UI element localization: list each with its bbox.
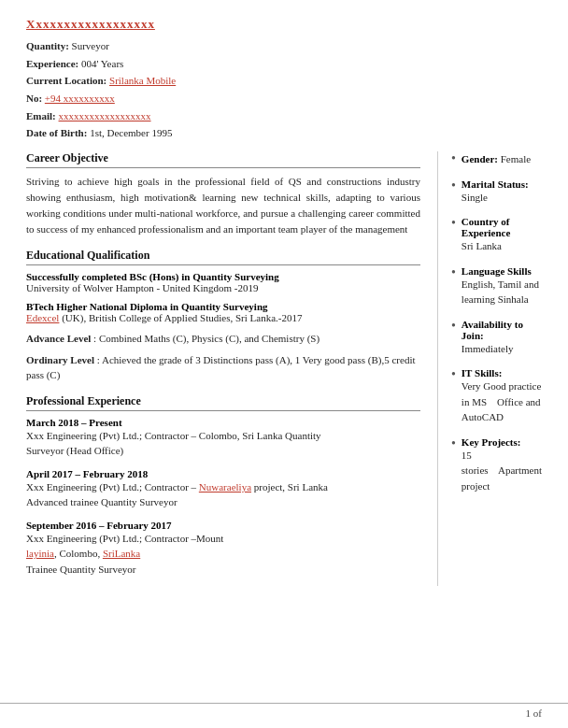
right-marital: • Marital Status: Single <box>451 178 542 206</box>
availability-value: Immediately <box>462 341 542 357</box>
exp-3-detail: Xxx Engineering (Pvt) Ltd.; Contractor –… <box>26 531 420 578</box>
marital-bullet: • Marital Status: Single <box>451 178 542 206</box>
it-skills-value: Very Good practice in MS Office and Auto… <box>462 378 542 425</box>
header-email: Email: xxxxxxxxxxxxxxxxxx <box>26 107 542 125</box>
phone-label: No: <box>26 93 42 104</box>
exp-2-detail: Xxx Engineering (Pvt) Ltd.; Contractor –… <box>26 479 420 510</box>
bullet-dot-availability: • <box>451 319 456 335</box>
header-name: Xxxxxxxxxxxxxxxxxx <box>26 17 542 32</box>
right-availability: • Availability to Join: Immediately <box>451 319 542 357</box>
bullet-dot-it: • <box>451 367 456 383</box>
marital-label: Marital Status: <box>462 178 529 190</box>
footer-bar: 1 of <box>0 703 568 719</box>
projects-value: 15 stories Apartment project <box>462 448 542 494</box>
quantity-value: Surveyor <box>72 40 109 51</box>
edu-1-sub: University of Wolver Hampton - United Ki… <box>26 282 420 293</box>
right-it-skills: • IT Skills: Very Good practice in MS Of… <box>451 367 542 425</box>
page-number: 1 of <box>526 707 542 719</box>
gender-label: Gender: <box>462 153 498 164</box>
availability-bullet: • Availability to Join: Immediately <box>451 319 542 357</box>
right-country: • Country of Experience Sri Lanka <box>451 216 542 254</box>
experience-title: Professional Experience <box>26 394 420 411</box>
exp-entry-3: September 2016 – February 2017 Xxx Engin… <box>26 520 420 578</box>
main-content: Career Objective Striving to achieve hig… <box>26 151 542 586</box>
exp-entry-2: April 2017 – February 2018 Xxx Engineeri… <box>26 468 420 510</box>
quantity-label: Quantity: <box>26 40 69 51</box>
it-skills-bullet: • IT Skills: Very Good practice in MS Of… <box>451 367 542 425</box>
edu-2-sub: Edexcel (UK), British College of Applied… <box>26 312 420 323</box>
ordinary-level-label: Ordinary Level <box>26 354 94 365</box>
edexcel-text: Edexcel <box>26 312 59 323</box>
exp-2-date: April 2017 – February 2018 <box>26 468 420 479</box>
experience-label: Experience: <box>26 58 78 69</box>
advance-level-label: Advance Level <box>26 333 91 344</box>
country-value: Sri Lanka <box>462 238 542 254</box>
marital-value: Single <box>462 192 488 203</box>
resume-page: Xxxxxxxxxxxxxxxxxx Quantity: Surveyor Ex… <box>0 0 568 728</box>
bullet-dot-language: • <box>451 265 456 281</box>
projects-bullet: • Key Projects: 15 stories Apartment pro… <box>451 436 542 494</box>
right-gender: • Gender: Female <box>451 151 542 167</box>
left-column: Career Objective Striving to achieve hig… <box>26 151 438 586</box>
gender-value: Female <box>501 153 531 164</box>
srilanka-text: SriLanka <box>103 548 140 559</box>
location-value: Srilanka Mobile <box>109 75 176 86</box>
exp-entry-1: March 2018 – Present Xxx Engineering (Pv… <box>26 417 420 459</box>
header-quantity: Quantity: Surveyor <box>26 37 542 55</box>
header-experience: Experience: 004' Years <box>26 55 542 73</box>
it-skills-label: IT Skills: <box>462 367 503 378</box>
exp-1-date: March 2018 – Present <box>26 417 420 428</box>
dob-value: 1st, December 1995 <box>90 127 172 138</box>
email-label: Email: <box>26 110 56 121</box>
marital-content: Marital Status: Single <box>462 178 542 206</box>
projects-content: Key Projects: 15 stories Apartment proje… <box>462 436 542 494</box>
bullet-dot-country: • <box>451 216 456 232</box>
language-label: Language Skills <box>462 265 542 277</box>
dob-label: Date of Birth: <box>26 127 87 138</box>
email-value: xxxxxxxxxxxxxxxxxx <box>59 110 151 121</box>
location-label: Current Location: <box>26 75 106 86</box>
edu-2-bold: BTech Higher National Diploma in Quantit… <box>26 301 420 312</box>
experience-value: 004' Years <box>81 58 123 69</box>
header-phone: No: +94 xxxxxxxxxx <box>26 90 542 107</box>
bullet-dot-marital: • <box>451 178 456 194</box>
exp-1-detail: Xxx Engineering (Pvt) Ltd.; Contractor –… <box>26 428 420 459</box>
header-info: Quantity: Surveyor Experience: 004' Year… <box>26 37 542 142</box>
ordinary-level: Ordinary Level : Achieved the grade of 3… <box>26 352 420 383</box>
availability-content: Availability to Join: Immediately <box>462 319 542 357</box>
right-language: • Language Skills English, Tamil and lea… <box>451 265 542 307</box>
bullet-dot-projects: • <box>451 436 456 452</box>
career-objective-title: Career Objective <box>26 151 420 168</box>
header-dob: Date of Birth: 1st, December 1995 <box>26 124 542 142</box>
advance-level: Advance Level : Combined Maths (C), Phys… <box>26 331 420 347</box>
it-skills-content: IT Skills: Very Good practice in MS Offi… <box>462 367 542 425</box>
language-bullet: • Language Skills English, Tamil and lea… <box>451 265 542 307</box>
career-objective-text: Striving to achieve high goals in the pr… <box>26 174 420 237</box>
header-location: Current Location: Srilanka Mobile <box>26 72 542 90</box>
right-column: • Gender: Female • Marital Status: Singl… <box>438 151 542 586</box>
bullet-dot-gender: • <box>451 151 456 167</box>
gender-bullet: • Gender: Female <box>451 151 542 167</box>
edu-2-after: (UK), British College of Applied Studies… <box>62 312 302 323</box>
edu-1-bold: Successfully completed BSc (Hons) in Qua… <box>26 271 420 282</box>
language-content: Language Skills English, Tamil and learn… <box>462 265 542 307</box>
projects-label: Key Projects: <box>462 436 521 448</box>
exp-3-date: September 2016 – February 2017 <box>26 520 420 531</box>
gender-content: Gender: Female <box>462 151 542 167</box>
country-content: Country of Experience Sri Lanka <box>462 216 542 254</box>
advance-level-text: : Combined Maths (C), Physics (C), and C… <box>93 333 320 344</box>
edu-entry-2: BTech Higher National Diploma in Quantit… <box>26 301 420 323</box>
edu-entry-1: Successfully completed BSc (Hons) in Qua… <box>26 271 420 293</box>
right-projects: • Key Projects: 15 stories Apartment pro… <box>451 436 542 494</box>
phone-value: +94 xxxxxxxxxx <box>45 93 115 104</box>
nuwaraeliya-text: Nuwaraeliya <box>199 481 251 492</box>
education-title: Educational Qualification <box>26 249 420 265</box>
country-bullet: • Country of Experience Sri Lanka <box>451 216 542 254</box>
availability-label: Availability to Join: <box>462 319 523 341</box>
layinia-text: layinia <box>26 548 54 559</box>
country-label: Country of Experience <box>462 216 542 238</box>
language-value: English, Tamil and learning Sinhala <box>462 277 542 307</box>
